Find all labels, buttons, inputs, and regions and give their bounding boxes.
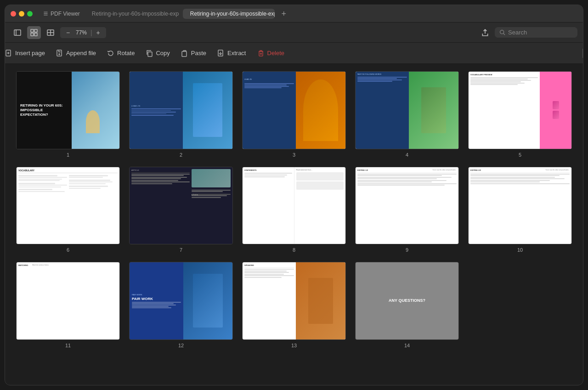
slide-7-cell[interactable]: ARTICLE <box>129 167 233 253</box>
list-view-button[interactable] <box>44 26 57 39</box>
slide-13-divider <box>244 267 294 268</box>
new-tab-button[interactable]: + <box>278 8 289 19</box>
slide-3-thumbnail[interactable]: LEAD-IN <box>242 71 346 149</box>
copy-button[interactable]: Copy <box>146 50 170 57</box>
rotate-icon <box>107 50 114 57</box>
slide-10-header: EDITING 2/2 You're now the editor and pr… <box>470 169 570 171</box>
slide-9-thumbnail[interactable]: EDITING 1/2 You're now the editor and pr… <box>355 167 459 245</box>
svg-rect-22 <box>182 51 187 57</box>
slide-11-content <box>51 264 53 338</box>
extract-button[interactable]: Extract <box>217 50 246 57</box>
slide-5-number: 5 <box>519 152 521 158</box>
slide-8-title: STATEMENTS <box>244 169 292 171</box>
thumbnail-grid: RETIRING IN YOUR 60s: IMPOSSIBLE EXPECTA… <box>16 71 572 348</box>
slide-14-cell[interactable]: ANY QUESTIONS? 14 <box>355 262 459 348</box>
sidebar-icon <box>14 29 21 36</box>
slide-9-divider <box>357 172 457 173</box>
slide-1-thumbnail[interactable]: RETIRING IN YOUR 60s: IMPOSSIBLE EXPECTA… <box>16 71 120 149</box>
slide-12-thumbnail[interactable]: PAIR WORK PAIR WORK <box>129 262 233 340</box>
slide-4-label: Pair the following words <box>357 73 407 75</box>
slide-9-number: 9 <box>406 247 408 253</box>
slide-12-photo <box>183 262 232 339</box>
slide-7-number: 7 <box>180 247 182 253</box>
insert-page-button[interactable]: Insert page <box>5 50 45 57</box>
slide-13-cell[interactable]: SPEAKING <box>242 262 346 348</box>
minimize-button[interactable] <box>19 11 24 17</box>
slide-6-thumbnail[interactable]: VOCABULARY <box>16 167 120 245</box>
tools-label: PDF Viewer <box>51 11 80 17</box>
grid-view-button[interactable] <box>27 26 41 39</box>
slide-3-cell[interactable]: LEAD-IN <box>242 71 346 158</box>
search-box[interactable] <box>495 27 577 38</box>
thumbnail-grid-area[interactable]: RETIRING IN YOUR 60s: IMPOSSIBLE EXPECTA… <box>5 64 583 385</box>
tools-menu[interactable]: PDF Viewer <box>39 10 84 18</box>
slide-10-title: EDITING 2/2 <box>470 169 481 171</box>
slide-7-thumbnail[interactable]: ARTICLE <box>129 167 233 245</box>
svg-rect-9 <box>34 33 37 36</box>
zoom-value: 77% <box>74 29 89 36</box>
slide-5-title: VOCABULARY PREVIEW <box>470 73 538 76</box>
slide-9-cell[interactable]: EDITING 1/2 You're now the editor and pr… <box>355 167 459 253</box>
slide-3-label: LEAD-IN <box>244 78 252 80</box>
zoom-in-button[interactable]: + <box>94 28 102 37</box>
slide-11-cell[interactable]: MATCHING Match the sentence halves <box>16 262 120 348</box>
delete-icon <box>257 50 265 57</box>
tab-inactive[interactable]: Retiring-in-your-60s-impossible-expectat… <box>87 9 179 19</box>
zoom-out-button[interactable]: − <box>64 28 72 37</box>
slide-13-lines <box>244 269 294 278</box>
delete-button[interactable]: Delete <box>257 50 285 57</box>
paste-button[interactable]: Paste <box>181 50 206 57</box>
append-file-button[interactable]: Append file <box>56 50 96 57</box>
share-button[interactable] <box>478 26 492 39</box>
slide-13-thumbnail[interactable]: SPEAKING <box>242 262 346 340</box>
slide-1-title-text: RETIRING IN YOUR 60s: IMPOSSIBLE EXPECTA… <box>20 103 68 117</box>
copy-icon <box>146 50 153 57</box>
slide-10-thumbnail[interactable]: EDITING 2/2 You're now the editor and pr… <box>468 167 572 245</box>
slide-5-image <box>540 72 571 149</box>
slide-13-image <box>296 262 345 339</box>
slide-12-label: PAIR WORK <box>132 294 181 296</box>
slide-6-title: VOCABULARY <box>18 169 118 172</box>
svg-point-13 <box>500 30 504 34</box>
slide-4-number: 4 <box>406 152 408 158</box>
paste-label: Paste <box>191 50 206 57</box>
slide-2-line3 <box>131 112 176 113</box>
slide-8-thumbnail[interactable]: STATEMENTS Read statement from... <box>242 167 346 245</box>
slide-2-cell[interactable]: LEAD-IN <box>129 71 233 158</box>
grid-icon <box>30 29 38 36</box>
append-file-icon <box>56 50 63 57</box>
slide-4-thumbnail[interactable]: Pair the following words <box>355 71 459 149</box>
slide-2-number: 2 <box>180 152 182 158</box>
maximize-button[interactable] <box>27 11 33 17</box>
slide-9-header: EDITING 1/2 You're now the editor and pr… <box>357 169 457 171</box>
slide-10-subtitle: You're now the editor and proofreader... <box>546 169 570 171</box>
slide-1-cell[interactable]: RETIRING IN YOUR 60s: IMPOSSIBLE EXPECTA… <box>16 71 120 158</box>
slide-8-left: STATEMENTS <box>243 167 294 244</box>
slide-7-photo <box>192 169 231 187</box>
slide-5-thumbnail[interactable]: VOCABULARY PREVIEW <box>468 71 572 149</box>
slide-10-cell[interactable]: EDITING 2/2 You're now the editor and pr… <box>468 167 572 253</box>
svg-rect-25 <box>259 51 263 56</box>
svg-rect-6 <box>31 29 34 32</box>
slide-5-cell[interactable]: VOCABULARY PREVIEW <box>468 71 572 158</box>
slide-8-cell[interactable]: STATEMENTS Read statement from... <box>242 167 346 253</box>
slide-2-line5 <box>131 115 174 116</box>
slide-12-cell[interactable]: PAIR WORK PAIR WORK <box>129 262 233 348</box>
close-button[interactable] <box>11 11 16 17</box>
search-input[interactable] <box>508 29 568 36</box>
slide-8-right: Read statement from... <box>294 167 346 244</box>
tab-active[interactable]: Retiring-in-your-60s-impossible-expect..… <box>183 9 275 19</box>
slide-14-thumbnail[interactable]: ANY QUESTIONS? <box>355 262 459 340</box>
slide-10-number: 10 <box>517 247 523 253</box>
delete-label: Delete <box>267 50 285 57</box>
zoom-display: − 77% | + <box>60 27 106 38</box>
slide-11-thumbnail[interactable]: MATCHING Match the sentence halves <box>16 262 120 340</box>
slide-14-number: 14 <box>404 343 410 348</box>
slide-2-line1 <box>131 108 181 109</box>
slide-4-cell[interactable]: Pair the following words <box>355 71 459 158</box>
rotate-button[interactable]: Rotate <box>107 50 135 57</box>
slide-6-cell[interactable]: VOCABULARY <box>16 167 120 253</box>
slide-11-subtitle: Match the sentence halves <box>32 264 49 338</box>
slide-2-thumbnail[interactable]: LEAD-IN <box>129 71 233 149</box>
sidebar-toggle-button[interactable] <box>11 26 24 39</box>
